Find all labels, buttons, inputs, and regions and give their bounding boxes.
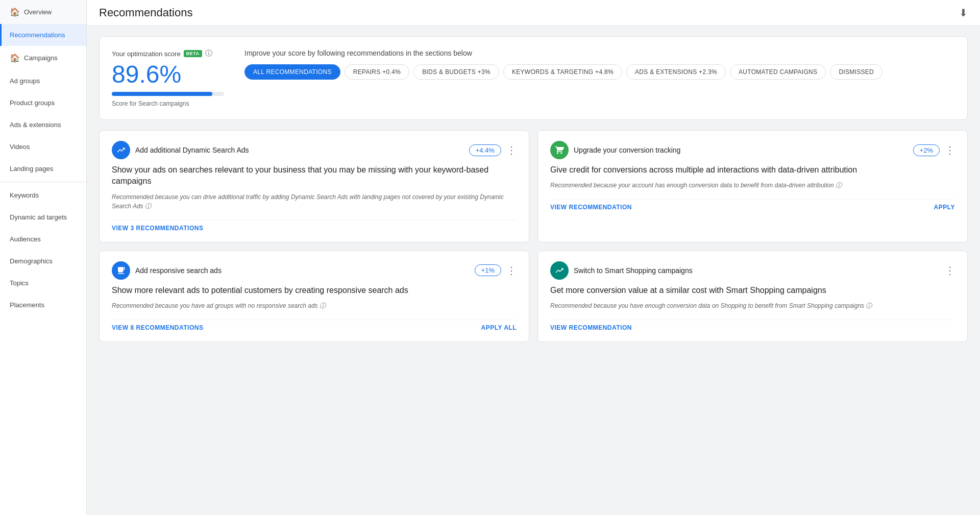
- rec-menu-responsive-search-ads[interactable]: ⋮: [506, 264, 517, 277]
- sidebar-label-ad-groups: Ad groups: [10, 77, 40, 85]
- sidebar-label-topics: Topics: [10, 279, 29, 287]
- sidebar-item-audiences[interactable]: Audiences: [0, 228, 86, 250]
- rec-icon-conversion-tracking: [550, 141, 569, 159]
- rec-card-dynamic-search-ads: Add additional Dynamic Search Ads +4.4% …: [99, 130, 529, 242]
- content-area: Your optimization score BETA ⓘ 89.6% Sco…: [87, 26, 980, 515]
- rec-link-dynamic-search-ads[interactable]: VIEW 3 RECOMMENDATIONS: [112, 225, 203, 232]
- score-info-icon[interactable]: ⓘ: [205, 49, 212, 58]
- sidebar-label-videos: Videos: [10, 143, 30, 151]
- score-card: Your optimization score BETA ⓘ 89.6% Sco…: [99, 36, 968, 120]
- score-label: Your optimization score BETA ⓘ: [112, 49, 224, 58]
- rec-badge-dynamic-search-ads: +4.4%: [469, 144, 501, 156]
- score-value: 89.6%: [112, 62, 224, 87]
- rec-link-conversion-tracking[interactable]: VIEW RECOMMENDATION: [550, 204, 632, 211]
- sidebar-item-ads-extensions[interactable]: Ads & extensions: [0, 114, 86, 136]
- sidebar-item-landing-pages[interactable]: Landing pages: [0, 158, 86, 180]
- score-sub-label: Score for Search campaigns: [112, 100, 224, 107]
- campaign-home-icon: 🏠: [10, 53, 20, 63]
- topbar: Recommendations ⬇: [87, 0, 980, 26]
- rec-footer-dynamic-search-ads: VIEW 3 RECOMMENDATIONS: [112, 220, 517, 232]
- rec-footer-smart-shopping: VIEW RECOMMENDATION: [550, 320, 955, 331]
- rec-footer-conversion-tracking: VIEW RECOMMENDATION APPLY: [550, 199, 955, 211]
- score-bar-fill: [112, 92, 212, 96]
- page-title: Recommendations: [99, 6, 192, 19]
- rec-header-dynamic-search-ads: Add additional Dynamic Search Ads +4.4% …: [112, 141, 517, 159]
- rec-body-desc-dynamic-search-ads: Recommended because you can drive additi…: [112, 192, 517, 211]
- sidebar: 🏠 Overview Recommendations 🏠 Campaigns A…: [0, 0, 87, 515]
- main-content: Recommendations ⬇ Your optimization scor…: [87, 0, 980, 515]
- sidebar-label-overview: Overview: [24, 8, 52, 16]
- sidebar-label-dynamic-ad-targets: Dynamic ad targets: [10, 213, 67, 221]
- filter-btn-repairs[interactable]: REPAIRS +0.4%: [345, 64, 409, 80]
- sidebar-label-ads-extensions: Ads & extensions: [10, 121, 61, 129]
- filter-buttons: ALL RECOMMENDATIONSREPAIRS +0.4%BIDS & B…: [244, 64, 955, 80]
- rec-body-desc-smart-shopping: Recommended because you have enough conv…: [550, 301, 955, 310]
- sidebar-label-campaigns: Campaigns: [24, 54, 58, 62]
- rec-body-desc-conversion-tracking: Recommended because your account has eno…: [550, 181, 955, 190]
- rec-body-title-dynamic-search-ads: Show your ads on searches relevant to yo…: [112, 164, 517, 187]
- rec-menu-smart-shopping[interactable]: ⋮: [945, 264, 955, 277]
- rec-header-responsive-search-ads: Add responsive search ads +1% ⋮: [112, 261, 517, 280]
- sidebar-label-landing-pages: Landing pages: [10, 165, 53, 173]
- filter-btn-keywords[interactable]: KEYWORDS & TARGETING +4.8%: [503, 64, 622, 80]
- rec-title-dynamic-search-ads: Add additional Dynamic Search Ads: [135, 146, 249, 154]
- sidebar-item-topics[interactable]: Topics: [0, 272, 86, 294]
- rec-icon-dynamic-search-ads: [112, 141, 130, 159]
- filter-btn-bids[interactable]: BIDS & BUDGETS +3%: [413, 64, 499, 80]
- sidebar-label-recommendations: Recommendations: [10, 31, 65, 39]
- sidebar-item-dynamic-ad-targets[interactable]: Dynamic ad targets: [0, 206, 86, 228]
- rec-card-smart-shopping: Switch to Smart Shopping campaigns ⋮ Get…: [537, 251, 968, 342]
- sidebar-item-campaigns[interactable]: 🏠 Campaigns: [0, 46, 86, 70]
- sidebar-item-demographics[interactable]: Demographics: [0, 250, 86, 272]
- rec-apply-conversion-tracking[interactable]: APPLY: [934, 204, 955, 211]
- rec-body-desc-responsive-search-ads: Recommended because you have ad groups w…: [112, 301, 517, 310]
- recommendations-grid: Add additional Dynamic Search Ads +4.4% …: [99, 130, 968, 342]
- rec-link-smart-shopping[interactable]: VIEW RECOMMENDATION: [550, 324, 632, 331]
- sidebar-label-product-groups: Product groups: [10, 99, 55, 107]
- rec-menu-conversion-tracking[interactable]: ⋮: [945, 144, 955, 156]
- filter-btn-automated[interactable]: AUTOMATED CAMPAIGNS: [730, 64, 826, 80]
- home-icon: 🏠: [10, 7, 20, 17]
- rec-link-responsive-search-ads[interactable]: VIEW 8 RECOMMENDATIONS: [112, 324, 203, 331]
- rec-icon-smart-shopping: [550, 261, 569, 280]
- sidebar-item-overview[interactable]: 🏠 Overview: [0, 0, 86, 24]
- sidebar-item-ad-groups[interactable]: Ad groups: [0, 70, 86, 92]
- sidebar-item-recommendations[interactable]: Recommendations: [0, 24, 86, 46]
- sidebar-label-keywords: Keywords: [10, 191, 39, 199]
- sidebar-item-videos[interactable]: Videos: [0, 136, 86, 158]
- sidebar-label-audiences: Audiences: [10, 235, 41, 243]
- filter-btn-all[interactable]: ALL RECOMMENDATIONS: [244, 64, 340, 80]
- rec-title-smart-shopping: Switch to Smart Shopping campaigns: [574, 266, 693, 275]
- download-icon[interactable]: ⬇: [959, 7, 968, 19]
- sidebar-item-placements[interactable]: Placements: [0, 294, 86, 316]
- sidebar-item-keywords[interactable]: Keywords: [0, 184, 86, 206]
- rec-icon-responsive-search-ads: [112, 261, 130, 280]
- rec-body-title-responsive-search-ads: Show more relevant ads to potential cust…: [112, 285, 517, 296]
- rec-body-title-smart-shopping: Get more conversion value at a similar c…: [550, 285, 955, 296]
- score-right: Improve your score by following recommen…: [244, 49, 955, 80]
- sidebar-item-product-groups[interactable]: Product groups: [0, 92, 86, 114]
- rec-badge-conversion-tracking: +2%: [913, 144, 940, 156]
- rec-menu-dynamic-search-ads[interactable]: ⋮: [506, 144, 517, 156]
- score-left: Your optimization score BETA ⓘ 89.6% Sco…: [112, 49, 224, 107]
- rec-card-conversion-tracking: Upgrade your conversion tracking +2% ⋮ G…: [537, 130, 968, 242]
- rec-apply-responsive-search-ads[interactable]: APPLY ALL: [481, 324, 517, 331]
- rec-title-responsive-search-ads: Add responsive search ads: [135, 266, 222, 275]
- score-bar-bg: [112, 92, 224, 96]
- rec-header-conversion-tracking: Upgrade your conversion tracking +2% ⋮: [550, 141, 955, 159]
- filter-btn-ads[interactable]: ADS & EXTENSIONS +2.3%: [626, 64, 726, 80]
- sidebar-label-placements: Placements: [10, 301, 44, 309]
- rec-card-responsive-search-ads: Add responsive search ads +1% ⋮ Show mor…: [99, 251, 529, 342]
- sidebar-label-demographics: Demographics: [10, 257, 53, 265]
- rec-footer-responsive-search-ads: VIEW 8 RECOMMENDATIONS APPLY ALL: [112, 320, 517, 331]
- filter-btn-dismissed[interactable]: DISMISSED: [830, 64, 883, 80]
- rec-badge-responsive-search-ads: +1%: [475, 264, 501, 276]
- rec-body-title-conversion-tracking: Give credit for conversions across multi…: [550, 164, 955, 176]
- beta-badge: BETA: [184, 50, 202, 57]
- improve-label: Improve your score by following recommen…: [244, 49, 955, 57]
- rec-header-smart-shopping: Switch to Smart Shopping campaigns ⋮: [550, 261, 955, 280]
- rec-title-conversion-tracking: Upgrade your conversion tracking: [574, 146, 680, 154]
